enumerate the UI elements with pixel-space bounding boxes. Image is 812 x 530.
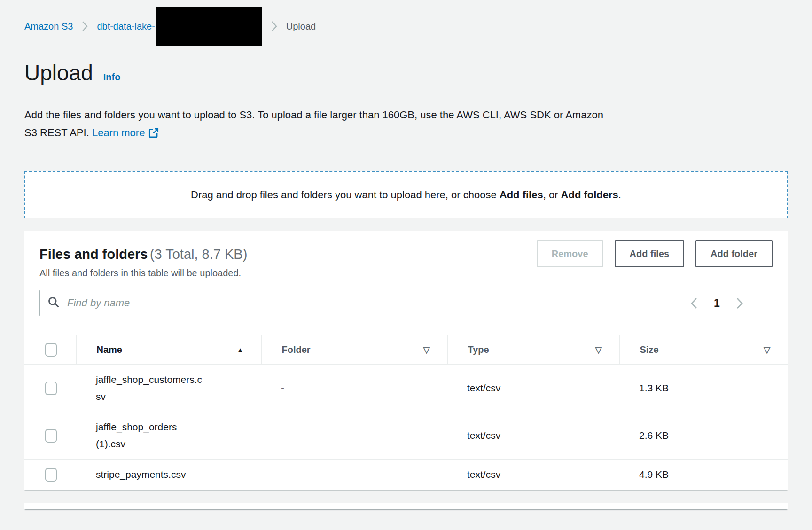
search-icon [47, 296, 60, 310]
column-label-type: Type [468, 344, 489, 355]
file-type: text/csv [447, 412, 619, 460]
intro-line1: Add the files and folders you want to up… [24, 106, 788, 124]
intro-line2: S3 REST API. [24, 127, 89, 139]
remove-button[interactable]: Remove [537, 240, 603, 267]
dropzone-add-folders-label: Add folders [561, 189, 618, 201]
panel-subtitle: All files and folders in this table will… [39, 268, 247, 279]
previous-page-button[interactable] [688, 295, 700, 312]
page-title: Upload [24, 60, 93, 86]
add-folder-button[interactable]: Add folder [695, 240, 773, 267]
table-row: stripe_payments.csv - text/csv 4.9 KB [24, 460, 788, 490]
panel-count-summary: (3 Total, 8.7 KB) [150, 247, 247, 262]
file-folder: - [261, 365, 447, 412]
panel-title: Files and folders [39, 247, 148, 262]
sort-inactive-icon: ▽ [595, 345, 602, 355]
s3-upload-page: Amazon S3 dbt-data-lake- Upload Upload I… [0, 0, 812, 509]
file-size: 4.9 KB [619, 460, 788, 490]
file-name: jaffle_shop_orders (1).csv [96, 419, 206, 452]
next-section-panel-top [24, 503, 788, 509]
breadcrumb-chevron-icon [271, 21, 277, 32]
external-link-icon [148, 129, 159, 140]
file-type: text/csv [447, 365, 619, 412]
search-input[interactable] [66, 296, 656, 310]
files-and-folders-panel: Files and folders (3 Total, 8.7 KB) All … [24, 231, 788, 490]
files-table: Name ▲ Folder ▽ Type ▽ [24, 335, 788, 490]
panel-header: Files and folders (3 Total, 8.7 KB) All … [24, 231, 788, 279]
file-name: stripe_payments.csv [96, 466, 206, 483]
column-header-size[interactable]: Size ▽ [619, 335, 788, 365]
info-link[interactable]: Info [103, 72, 121, 83]
learn-more-label: Learn more [92, 127, 145, 139]
drag-and-drop-zone[interactable]: Drag and drop files and folders you want… [24, 171, 788, 218]
table-header-row: Name ▲ Folder ▽ Type ▽ [24, 335, 788, 365]
file-type: text/csv [447, 460, 619, 490]
learn-more-link[interactable]: Learn more [92, 127, 159, 139]
file-size: 1.3 KB [619, 365, 788, 412]
table-row: jaffle_shop_customers.csv - text/csv 1.3… [24, 365, 788, 412]
select-all-header-cell [24, 335, 76, 365]
dropzone-add-files-label: Add files [500, 189, 543, 201]
breadcrumb-current-upload: Upload [286, 21, 316, 32]
column-label-name: Name [97, 344, 122, 355]
row-checkbox[interactable] [45, 429, 57, 443]
dropzone-text-prefix: Drag and drop files and folders you want… [191, 189, 500, 201]
file-name: jaffle_shop_customers.csv [96, 371, 206, 405]
search-box[interactable] [39, 290, 664, 316]
breadcrumb: Amazon S3 dbt-data-lake- Upload [24, 0, 788, 53]
select-all-checkbox[interactable] [45, 343, 57, 357]
column-label-size: Size [640, 344, 659, 355]
sort-ascending-icon: ▲ [237, 346, 244, 354]
dropzone-text-middle: , or [543, 189, 561, 201]
breadcrumb-bucket-link[interactable]: dbt-data-lake- [97, 21, 155, 32]
row-checkbox[interactable] [45, 468, 57, 482]
column-label-folder: Folder [282, 344, 311, 355]
column-header-type[interactable]: Type ▽ [447, 335, 619, 365]
panel-actions: Remove Add files Add folder [537, 240, 773, 267]
file-folder: - [261, 460, 447, 490]
table-toolbar: 1 [24, 279, 788, 335]
current-page-number[interactable]: 1 [714, 297, 720, 310]
panel-title-block: Files and folders (3 Total, 8.7 KB) All … [39, 240, 247, 279]
sort-inactive-icon: ▽ [764, 345, 770, 355]
dropzone-text-suffix: . [618, 189, 621, 201]
breadcrumb-amazon-s3[interactable]: Amazon S3 [24, 21, 73, 32]
sort-inactive-icon: ▽ [423, 345, 430, 355]
pagination: 1 [688, 295, 746, 312]
redacted-bucket-suffix [156, 7, 262, 46]
column-header-name[interactable]: Name ▲ [76, 335, 261, 365]
column-header-folder[interactable]: Folder ▽ [261, 335, 447, 365]
panel-count-text: (3 Total, 8.7 KB) [150, 247, 247, 262]
dropzone-text: Drag and drop files and folders you want… [191, 189, 621, 201]
breadcrumb-chevron-icon [82, 21, 88, 32]
intro-paragraph: Add the files and folders you want to up… [24, 106, 788, 144]
table-row: jaffle_shop_orders (1).csv - text/csv 2.… [24, 412, 788, 460]
file-folder: - [261, 412, 447, 460]
page-title-row: Upload Info [24, 60, 788, 86]
row-checkbox[interactable] [45, 382, 57, 395]
file-size: 2.6 KB [619, 412, 788, 460]
next-page-button[interactable] [734, 295, 746, 312]
add-files-button[interactable]: Add files [615, 240, 684, 267]
